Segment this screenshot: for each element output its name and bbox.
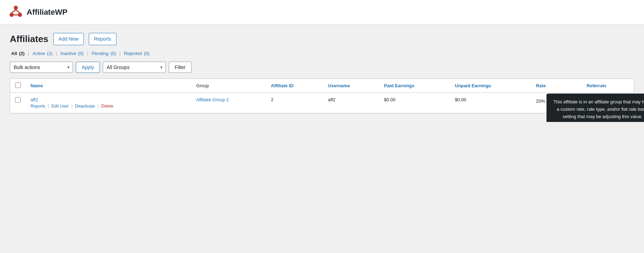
row-edit-user-link[interactable]: Edit User xyxy=(52,104,69,109)
table-body: aff2 Reports | Edit User | Deactivate | … xyxy=(10,93,634,113)
header-unpaid-earnings[interactable]: Unpaid Earnings xyxy=(450,79,531,93)
app-name: AffiliateWP xyxy=(27,8,67,17)
header-rate[interactable]: Rate xyxy=(531,79,582,93)
row-delete-link[interactable]: Delete xyxy=(101,104,114,109)
logo-area: AffiliateWP xyxy=(8,4,67,20)
header: AffiliateWP xyxy=(0,0,644,25)
groups-select[interactable]: All Groups xyxy=(103,62,166,73)
warning-icon[interactable]: ! xyxy=(547,97,555,105)
main-content: Affiliates Add New Reports All (2) | Act… xyxy=(0,25,644,122)
filter-active[interactable]: Active (2) xyxy=(33,51,55,56)
groups-wrapper: All Groups ▾ xyxy=(103,62,166,73)
filter-pending[interactable]: Pending (0) xyxy=(92,51,118,56)
affiliate-group-link[interactable]: Affiliate Group 2 xyxy=(196,97,229,102)
toolbar: Bulk actions ▾ Apply All Groups ▾ Filter xyxy=(10,62,634,73)
table-row: aff2 Reports | Edit User | Deactivate | … xyxy=(10,93,634,113)
row-rate-cell: 20% ! This affiliate is in an affiliate … xyxy=(531,93,582,113)
apply-button[interactable]: Apply xyxy=(76,62,100,73)
filter-all[interactable]: All (2) xyxy=(11,51,27,56)
header-name[interactable]: Name xyxy=(26,79,191,93)
row-checkbox-0[interactable] xyxy=(15,97,21,103)
page-title-area: Affiliates Add New Reports xyxy=(10,33,634,45)
reports-button[interactable]: Reports xyxy=(89,33,116,45)
affiliatewp-logo-icon xyxy=(8,4,23,20)
header-checkbox-cell xyxy=(10,79,26,93)
rate-value: 20% xyxy=(536,98,545,104)
page-title: Affiliates xyxy=(10,34,48,45)
svg-line-3 xyxy=(12,10,16,13)
header-paid-earnings[interactable]: Paid Earnings xyxy=(379,79,450,93)
select-all-checkbox[interactable] xyxy=(15,82,21,88)
row-paid-earnings-cell: $0.00 xyxy=(379,93,450,113)
row-reports-link[interactable]: Reports xyxy=(31,104,45,109)
rate-cell-container: 20% ! This affiliate is in an affiliate … xyxy=(536,97,577,105)
header-referrals[interactable]: Referrals xyxy=(582,79,634,93)
filter-button[interactable]: Filter xyxy=(169,62,192,73)
bulk-actions-wrapper: Bulk actions ▾ xyxy=(10,62,73,73)
filter-links: All (2) | Active (2) | Inactive (0) | Pe… xyxy=(10,51,634,56)
filter-inactive[interactable]: Inactive (0) xyxy=(60,51,86,56)
row-actions: Reports | Edit User | Deactivate | Delet… xyxy=(31,104,186,109)
row-referrals-cell: 0 xyxy=(582,93,634,113)
referrals-link[interactable]: 0 xyxy=(586,97,589,102)
add-new-button[interactable]: Add New xyxy=(53,33,84,45)
affiliates-table: Name Group Affiliate ID Username Paid Ea… xyxy=(10,79,634,113)
row-group-cell: Affiliate Group 2 xyxy=(191,93,266,113)
affiliate-name-link[interactable]: aff2 xyxy=(31,97,38,102)
header-affiliate-id[interactable]: Affiliate ID xyxy=(266,79,323,93)
filter-rejected[interactable]: Rejected (0) xyxy=(124,51,150,56)
row-username-cell: aff2 xyxy=(323,93,379,113)
svg-point-0 xyxy=(14,6,18,10)
row-affiliate-id-cell: 2 xyxy=(266,93,323,113)
bulk-actions-select[interactable]: Bulk actions xyxy=(10,62,73,73)
header-username[interactable]: Username xyxy=(323,79,379,93)
header-group: Group xyxy=(191,79,266,93)
table-header-row: Name Group Affiliate ID Username Paid Ea… xyxy=(10,79,634,93)
row-name-cell: aff2 Reports | Edit User | Deactivate | … xyxy=(26,93,191,113)
row-checkbox-cell xyxy=(10,93,26,113)
svg-line-4 xyxy=(16,10,20,13)
affiliates-table-container: Name Group Affiliate ID Username Paid Ea… xyxy=(10,78,634,114)
row-deactivate-link[interactable]: Deactivate xyxy=(75,104,95,109)
row-unpaid-earnings-cell: $0.00 xyxy=(450,93,531,113)
